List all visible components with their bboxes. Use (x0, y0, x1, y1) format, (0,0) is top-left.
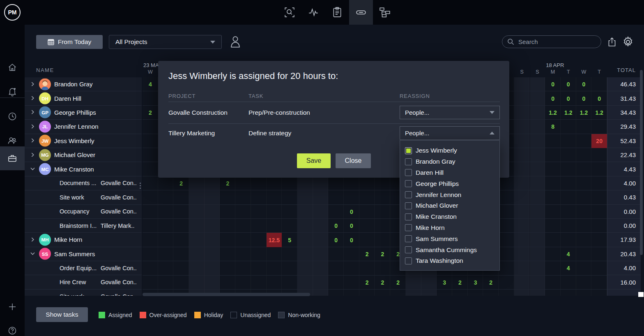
assigned-cell[interactable]: 2 (359, 247, 375, 261)
assigned-cell[interactable]: 2 (483, 276, 499, 290)
dropdown-option[interactable]: Daren Hill (400, 167, 499, 178)
resource-row[interactable]: GPGeorge Phillips (25, 106, 142, 120)
assigned-cell[interactable]: 2 (452, 276, 468, 290)
dropdown-option[interactable]: Sam Summers (400, 233, 499, 244)
top-tab-clipboard[interactable] (325, 0, 349, 25)
checkbox-icon[interactable] (405, 158, 412, 165)
assigned-cell[interactable]: 2 (173, 176, 189, 190)
assigned-cell[interactable]: 1.2 (545, 106, 561, 120)
dropdown-option[interactable]: George Phillips (400, 178, 499, 189)
checkbox-checked-icon[interactable] (405, 147, 412, 154)
assigned-cell[interactable]: 4 (143, 77, 158, 91)
checkbox-icon[interactable] (405, 213, 412, 220)
checkbox-icon[interactable] (405, 224, 412, 231)
assigned-cell[interactable]: 0 (328, 233, 344, 247)
chevron-right-icon[interactable] (30, 123, 36, 130)
top-tab-zoom-search[interactable] (278, 0, 301, 25)
reassign-select-2[interactable]: People... (400, 126, 500, 140)
assigned-cell[interactable]: 0 (344, 205, 359, 219)
assigned-cell[interactable]: 2 (375, 276, 391, 290)
assigned-cell[interactable]: 1.2 (576, 106, 592, 120)
dropdown-option[interactable]: Jess Wimberly (400, 145, 499, 156)
show-tasks-button[interactable]: Show tasks (36, 307, 88, 322)
chevron-down-icon[interactable] (30, 166, 36, 172)
chevron-right-icon[interactable] (30, 236, 36, 243)
assigned-cell[interactable]: 0 (576, 91, 592, 105)
reassign-select-1[interactable]: People... (400, 106, 500, 119)
assigned-cell[interactable]: 2 (390, 276, 406, 290)
resource-row[interactable]: SSSam Summers (25, 247, 142, 261)
export-button[interactable] (607, 37, 617, 47)
settings-button[interactable] (622, 36, 634, 48)
close-button[interactable]: Close (336, 153, 371, 168)
assigned-cell[interactable]: 1.2 (591, 106, 607, 120)
dropdown-option[interactable]: Jennifer Lennon (400, 189, 499, 200)
checkbox-icon[interactable] (405, 180, 412, 187)
pm-logo[interactable]: PM (4, 4, 21, 21)
assigned-cell[interactable]: 0 (561, 91, 576, 105)
dropdown-option[interactable]: Brandon Gray (400, 156, 499, 167)
chevron-right-icon[interactable] (30, 109, 36, 116)
assigned-cell[interactable]: 3 (468, 276, 483, 290)
chevron-right-icon[interactable] (30, 152, 36, 158)
assigned-cell[interactable]: 2 (359, 276, 375, 290)
people-filter-button[interactable] (228, 35, 242, 49)
save-button[interactable]: Save (297, 153, 331, 168)
from-today-button[interactable]: From Today (36, 35, 103, 49)
sidebar-item-home[interactable] (0, 56, 25, 79)
resource-row[interactable]: MCMike Cranston (25, 162, 142, 176)
search-input[interactable] (518, 38, 589, 46)
dropdown-option[interactable]: Tara Washington (400, 255, 499, 266)
panel-resize-handle[interactable] (139, 183, 141, 191)
dropdown-option[interactable]: Michael Glover (400, 200, 499, 211)
assigned-cell[interactable]: 2 (375, 247, 391, 261)
over-assigned-cell[interactable]: 12.5 (267, 233, 282, 247)
resource-row[interactable]: JLJennifer Lennon (25, 120, 142, 134)
resource-row[interactable]: JWJess Wimberly (25, 134, 142, 148)
assigned-cell[interactable]: 1.2 (561, 106, 576, 120)
assigned-cell[interactable]: 0 (545, 91, 561, 105)
checkbox-icon[interactable] (405, 191, 412, 198)
sidebar-item-add[interactable] (0, 295, 25, 319)
chevron-right-icon[interactable] (30, 137, 36, 144)
assigned-cell[interactable]: 3 (437, 276, 452, 290)
horizontal-scrollbar[interactable] (143, 293, 310, 296)
task-row[interactable]: Site workGovalle Con.. (25, 190, 142, 204)
resource-row[interactable]: Brandon Gray (25, 77, 142, 91)
task-row[interactable]: Site workGovalle Con (25, 290, 142, 296)
assigned-cell[interactable]: 0 (561, 77, 576, 91)
task-row[interactable]: Order Equip...Govalle Con.. (25, 261, 142, 275)
checkbox-icon[interactable] (405, 235, 412, 242)
assigned-cell[interactable]: 0 (576, 77, 592, 91)
sidebar-item-notifications[interactable] (0, 80, 25, 104)
assigned-cell[interactable]: 2 (220, 176, 236, 190)
assigned-cell[interactable]: 4 (561, 261, 576, 275)
checkbox-icon[interactable] (405, 246, 412, 253)
checkbox-icon[interactable] (405, 169, 412, 176)
task-row[interactable]: Hire CrewGovalle Con.. (25, 275, 142, 289)
task-row[interactable]: Documents ...Govalle Con.. (25, 176, 142, 190)
chevron-down-icon[interactable] (30, 250, 36, 257)
resource-row[interactable]: MHMike Horn (25, 233, 142, 247)
resource-row[interactable]: MGMichael Glover (25, 148, 142, 162)
over-assigned-cell[interactable]: 20 (591, 134, 607, 148)
dropdown-option[interactable]: Mike Cranston (400, 211, 499, 222)
resource-row[interactable]: DHDaren Hill (25, 91, 142, 105)
assigned-cell[interactable]: 0 (344, 219, 359, 233)
dropdown-option[interactable]: Mike Horn (400, 222, 499, 234)
checkbox-icon[interactable] (405, 257, 412, 264)
sidebar-item-workload[interactable] (0, 146, 25, 170)
chevron-right-icon[interactable] (30, 95, 36, 102)
chevron-right-icon[interactable] (30, 81, 36, 88)
sidebar-item-help[interactable] (0, 319, 25, 336)
assigned-cell[interactable]: 4 (561, 247, 576, 261)
assigned-cell[interactable]: 5 (282, 233, 297, 247)
task-row[interactable]: OccupancyGovalle Con.. (25, 205, 142, 219)
assigned-cell[interactable]: 0 (591, 91, 607, 105)
vertical-scrollbar[interactable] (640, 70, 643, 255)
assigned-cell[interactable]: 2 (143, 106, 158, 120)
top-tab-dash[interactable] (349, 0, 373, 25)
task-row[interactable]: Brainstorm I...Tillery Mark.. (25, 219, 142, 233)
sidebar-item-history[interactable] (0, 104, 25, 128)
assigned-cell[interactable]: 0 (328, 219, 344, 233)
